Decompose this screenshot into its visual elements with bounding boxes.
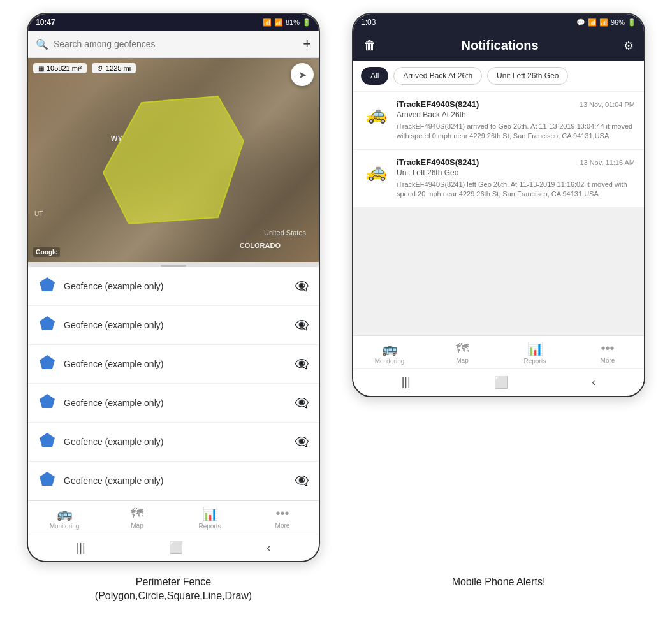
back-button[interactable]: ‹ — [267, 541, 270, 555]
list-item[interactable]: 🚕 iTrackEF4940S(8241) 13 Nov, 01:04 PM A… — [353, 92, 644, 150]
right-time: 1:03 — [361, 18, 376, 27]
back-button[interactable]: ‹ — [592, 375, 595, 389]
nav-map[interactable]: 🗺 Map — [101, 501, 173, 534]
recent-apps-button[interactable]: ||| — [402, 375, 411, 389]
nav-more[interactable]: ••• More — [246, 501, 319, 534]
list-item[interactable]: Geofence (example only) 👁‍🗨 — [28, 384, 319, 423]
wyoming-label: WY — [111, 135, 122, 142]
notification-list: 🚕 iTrackEF4940S(8241) 13 Nov, 01:04 PM A… — [353, 92, 644, 335]
visibility-icon[interactable]: 👁‍🗨 — [295, 279, 309, 293]
svg-marker-1 — [40, 277, 55, 291]
geofence-name: Geofence (example only) — [64, 437, 287, 447]
map-background: ▦ 105821 mi² ⏱ 1225 mi ➤ WY United State… — [28, 58, 319, 262]
geofence-name: Geofence (example only) — [64, 476, 287, 486]
visibility-icon[interactable]: 👁‍🗨 — [295, 396, 309, 410]
filter-all-tab[interactable]: All — [361, 67, 388, 85]
list-item[interactable]: 🚕 iTrackEF4940S(8241) 13 Nov, 11:16 AM U… — [353, 150, 644, 208]
filter-tabs: All Arrived Back At 26th Unit Left 26th … — [353, 61, 644, 92]
nav-monitoring[interactable]: 🚌 Monitoring — [353, 336, 426, 368]
recent-apps-button[interactable]: ||| — [77, 541, 85, 555]
geofence-search-bar: 🔍 + — [28, 31, 319, 58]
monitoring-label: Monitoring — [50, 523, 80, 530]
right-caption-text: Mobile Phone Alerts! — [452, 576, 546, 587]
home-button[interactable]: ⬜ — [494, 375, 508, 389]
chat-icon: 💬 — [576, 18, 585, 27]
battery-icon: 🔋 — [627, 18, 636, 27]
utah-label: UT — [34, 210, 43, 217]
right-phone: 1:03 💬 📶 📶 96% 🔋 🗑 Notifications ⚙ All A… — [352, 13, 645, 397]
list-item[interactable]: Geofence (example only) 👁‍🗨 — [28, 423, 319, 462]
geofence-name: Geofence (example only) — [64, 398, 287, 408]
svg-marker-0 — [103, 96, 244, 224]
more-icon: ••• — [275, 506, 289, 521]
left-status-icons: 📶 📶 81% 🔋 — [263, 18, 311, 27]
geofence-name: Geofence (example only) — [64, 281, 287, 291]
nav-reports[interactable]: 📊 Reports — [173, 501, 246, 534]
nav-reports[interactable]: 📊 Reports — [499, 336, 571, 368]
reports-icon: 📊 — [202, 506, 218, 521]
notification-content: iTrackEF4940S(8241) 13 Nov, 01:04 PM Arr… — [397, 99, 635, 142]
geofence-icon — [38, 315, 56, 335]
vehicle-avatar: 🚕 — [362, 157, 390, 186]
monitoring-label: Monitoring — [375, 358, 405, 365]
captions: Perimeter Fence(Polygon,Circle,Square,Li… — [13, 575, 659, 604]
home-button[interactable]: ⬜ — [169, 541, 183, 555]
distance-icon: ⏱ — [97, 65, 103, 72]
geofence-list: Geofence (example only) 👁‍🗨 Geofence (ex… — [28, 267, 319, 500]
battery-icon: 🔋 — [302, 18, 311, 27]
add-geofence-button[interactable]: + — [303, 36, 311, 52]
visibility-icon[interactable]: 👁‍🗨 — [295, 357, 309, 371]
svg-marker-6 — [40, 472, 55, 486]
battery-label: 81% — [286, 18, 300, 26]
search-icon: 🔍 — [36, 38, 48, 50]
map-stats: ▦ 105821 mi² ⏱ 1225 mi — [33, 63, 136, 73]
notifications-title: Notifications — [461, 38, 538, 53]
visibility-icon[interactable]: 👁‍🗨 — [295, 318, 309, 332]
notification-event: Unit Left 26th Geo — [397, 168, 635, 177]
device-name: iTrackEF4940S(8241) — [397, 157, 479, 167]
geofence-polygon — [91, 90, 256, 230]
filter-left-tab[interactable]: Unit Left 26th Geo — [487, 67, 568, 85]
geofence-name: Geofence (example only) — [64, 320, 287, 330]
visibility-icon[interactable]: 👁‍🗨 — [295, 474, 309, 488]
list-item[interactable]: Geofence (example only) 👁‍🗨 — [28, 267, 319, 306]
notification-description: iTrackEF4940S(8241) arrived to Geo 26th.… — [397, 122, 635, 142]
left-caption-text: Perimeter Fence(Polygon,Circle,Square,Li… — [95, 576, 252, 601]
delete-notifications-button[interactable]: 🗑 — [363, 38, 376, 53]
wifi-icon: 📶 — [588, 18, 597, 27]
more-icon: ••• — [601, 341, 614, 356]
device-name: iTrackEF4940S(8241) — [397, 99, 479, 109]
svg-marker-2 — [40, 316, 55, 330]
notification-header-row: iTrackEF4940S(8241) 13 Nov, 11:16 AM — [397, 157, 635, 167]
nav-map[interactable]: 🗺 Map — [426, 336, 499, 368]
notification-description: iTrackEF4940S(8241) left Geo 26th. At 11… — [397, 180, 635, 200]
compass-icon: ➤ — [298, 69, 307, 81]
geofence-icon — [38, 276, 56, 296]
us-label: United States — [264, 229, 306, 236]
map-label: Map — [131, 522, 143, 529]
more-label: More — [601, 357, 615, 364]
compass-button[interactable]: ➤ — [291, 63, 314, 86]
visibility-icon[interactable]: 👁‍🗨 — [295, 435, 309, 449]
notification-content: iTrackEF4940S(8241) 13 Nov, 11:16 AM Uni… — [397, 157, 635, 200]
geofence-search-input[interactable] — [54, 39, 298, 49]
vehicle-avatar: 🚕 — [362, 99, 390, 127]
filter-arrived-tab[interactable]: Arrived Back At 26th — [393, 67, 482, 85]
list-item[interactable]: Geofence (example only) 👁‍🗨 — [28, 306, 319, 345]
geofence-icon — [38, 432, 56, 452]
list-item[interactable]: Geofence (example only) 👁‍🗨 — [28, 345, 319, 384]
left-android-nav: ||| ⬜ ‹ — [28, 534, 319, 561]
reports-label: Reports — [523, 358, 546, 365]
monitoring-icon: 🚌 — [382, 341, 398, 356]
signal-icon: 📶 — [274, 18, 283, 27]
left-phone: 10:47 📶 📶 81% 🔋 🔍 + — [27, 13, 320, 562]
map-icon: 🗺 — [456, 341, 469, 356]
nav-monitoring[interactable]: 🚌 Monitoring — [28, 501, 101, 534]
right-status-bar: 1:03 💬 📶 📶 96% 🔋 — [353, 14, 644, 31]
list-item[interactable]: Geofence (example only) 👁‍🗨 — [28, 462, 319, 500]
nav-more[interactable]: ••• More — [571, 336, 644, 368]
notifications-settings-button[interactable]: ⚙ — [624, 39, 634, 53]
car-icon: 🚕 — [365, 161, 388, 182]
right-android-nav: ||| ⬜ ‹ — [353, 368, 644, 396]
monitoring-icon: 🚌 — [57, 506, 73, 521]
